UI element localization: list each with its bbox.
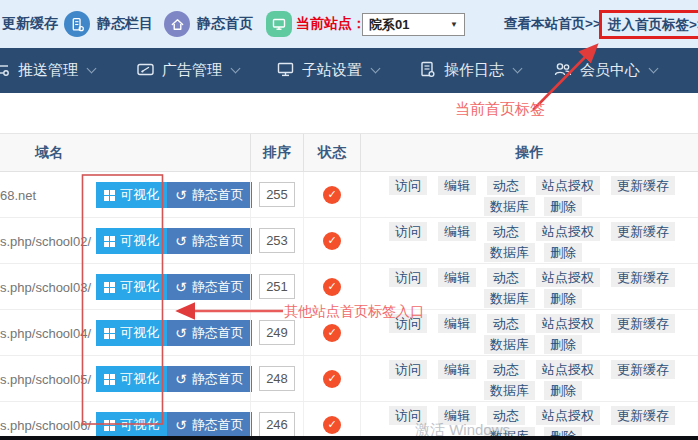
nav-item-ad-management[interactable]: 广告管理 (136, 48, 239, 93)
status-check-icon[interactable]: ✓ (323, 370, 341, 388)
annotation-current-home-tag: 当前首页标签 (455, 100, 545, 119)
op-button[interactable]: 删除 (544, 381, 582, 400)
op-button[interactable]: 数据库 (484, 381, 535, 400)
op-button[interactable]: 动态 (487, 314, 525, 333)
static-home-label: 静态首页 (192, 278, 244, 296)
op-button[interactable]: 站点授权 (536, 360, 600, 379)
op-button[interactable]: 编辑 (438, 360, 476, 379)
op-button[interactable]: 更新缓存 (611, 176, 675, 195)
refresh-icon: ↺ (175, 418, 187, 432)
visualize-button[interactable]: 可视化 (96, 366, 167, 392)
domain-text: s.php/school05/ (0, 371, 91, 386)
nav-item-subsite-settings[interactable]: 子站设置 (276, 48, 379, 93)
sort-input[interactable] (259, 412, 295, 437)
nav-item-operation-logs[interactable]: 操作日志 (418, 48, 521, 93)
op-button[interactable]: 站点授权 (536, 222, 600, 241)
op-button[interactable]: 删除 (544, 197, 582, 216)
op-button[interactable]: 访问 (389, 406, 427, 425)
sort-input[interactable] (259, 320, 295, 345)
op-button[interactable]: 更新缓存 (611, 406, 675, 425)
op-button[interactable]: 更新缓存 (611, 360, 675, 379)
update-cache-button[interactable]: 更新缓存 (2, 0, 58, 48)
static-home-button[interactable]: ↺ 静态首页 (167, 320, 252, 346)
op-button[interactable]: 编辑 (438, 406, 476, 425)
nav-item-member-center[interactable]: 会员中心 (553, 48, 657, 93)
op-button[interactable]: 删除 (544, 243, 582, 262)
static-home-label: 静态首页 (192, 324, 244, 342)
status-check-icon[interactable]: ✓ (323, 278, 341, 296)
op-button[interactable]: 删除 (544, 289, 582, 308)
op-button[interactable]: 数据库 (484, 335, 535, 354)
op-button[interactable]: 站点授权 (536, 176, 600, 195)
static-columns-label: 静态栏目 (97, 15, 153, 33)
operations-line1: 访问编辑动态站点授权更新缓存 (389, 406, 675, 425)
nav-label: 子站设置 (302, 61, 362, 80)
static-home-label: 静态首页 (192, 370, 244, 388)
op-button[interactable]: 访问 (389, 360, 427, 379)
table-row: s.php/school02/ 可视化 ↺ 静态首页 ✓ 访问编辑动态站点授权更… (0, 218, 698, 264)
static-home-button[interactable]: ↺ 静态首页 (167, 366, 252, 392)
static-columns-button[interactable]: 静态栏目 (64, 0, 153, 48)
status-check-icon[interactable]: ✓ (323, 186, 341, 204)
refresh-icon: ↺ (175, 372, 187, 386)
status-check-icon[interactable]: ✓ (323, 324, 341, 342)
op-button[interactable]: 数据库 (484, 197, 535, 216)
op-button[interactable]: 动态 (487, 360, 525, 379)
op-button[interactable]: 动态 (487, 406, 525, 425)
op-button[interactable]: 更新缓存 (611, 314, 675, 333)
static-home-label: 静态首页 (197, 15, 253, 33)
visualize-button[interactable]: 可视化 (96, 228, 167, 254)
op-button[interactable]: 编辑 (438, 222, 476, 241)
grid-icon (104, 328, 115, 339)
op-button[interactable]: 数据库 (484, 289, 535, 308)
static-home-button[interactable]: ↺ 静态首页 (167, 182, 252, 208)
sort-input[interactable] (259, 182, 295, 207)
op-button[interactable]: 站点授权 (536, 406, 600, 425)
op-button[interactable]: 更新缓存 (611, 222, 675, 241)
op-button[interactable]: 站点授权 (536, 314, 600, 333)
enter-home-tags-link[interactable]: 进入首页标签>> (599, 10, 698, 39)
op-button[interactable]: 动态 (487, 222, 525, 241)
op-button[interactable]: 动态 (487, 268, 525, 287)
static-home-button[interactable]: ↺ 静态首页 (167, 228, 252, 254)
header-domain: 域名 (0, 134, 250, 171)
static-home-button[interactable]: ↺ 静态首页 (167, 412, 252, 438)
header-status: 状态 (303, 134, 360, 171)
op-button[interactable]: 访问 (389, 222, 427, 241)
subsite-icon (276, 60, 295, 82)
sort-cell (250, 356, 303, 401)
op-button[interactable]: 编辑 (438, 268, 476, 287)
op-button[interactable]: 编辑 (438, 314, 476, 333)
nav-label: 推送管理 (18, 61, 78, 80)
operations-line2: 数据库删除 (484, 335, 582, 354)
op-button[interactable]: 更新缓存 (611, 268, 675, 287)
status-cell: ✓ (303, 172, 360, 217)
visualize-button[interactable]: 可视化 (96, 412, 167, 438)
nav-item-push-management[interactable]: 推送管理 (0, 48, 95, 93)
op-button[interactable]: 动态 (487, 176, 525, 195)
static-home-button[interactable]: 静态首页 (164, 0, 253, 48)
static-home-label: 静态首页 (192, 186, 244, 204)
view-site-home-link[interactable]: 查看本站首页>> (504, 0, 601, 48)
sort-input[interactable] (259, 366, 295, 391)
operations-cell: 访问编辑动态站点授权更新缓存 数据库删除 (360, 356, 698, 401)
visualize-button[interactable]: 可视化 (96, 320, 167, 346)
status-check-icon[interactable]: ✓ (323, 232, 341, 250)
op-button[interactable]: 访问 (389, 176, 427, 195)
op-button[interactable]: 编辑 (438, 176, 476, 195)
visualize-button[interactable]: 可视化 (96, 182, 167, 208)
domain-cell: s.php/school02/ 可视化 ↺ 静态首页 (0, 218, 250, 263)
operations-line1: 访问编辑动态站点授权更新缓存 (389, 360, 675, 379)
op-button[interactable]: 访问 (389, 268, 427, 287)
status-check-icon[interactable]: ✓ (323, 416, 341, 434)
status-cell: ✓ (303, 402, 360, 440)
domain-cell: s.php/school06/ 可视化 ↺ 静态首页 (0, 402, 250, 440)
sort-input[interactable] (259, 274, 295, 299)
op-button[interactable]: 数据库 (484, 243, 535, 262)
op-button[interactable]: 删除 (544, 335, 582, 354)
site-select[interactable]: 院系01 ▼ (362, 13, 465, 36)
op-button[interactable]: 站点授权 (536, 268, 600, 287)
static-home-button[interactable]: ↺ 静态首页 (167, 274, 252, 300)
visualize-button[interactable]: 可视化 (96, 274, 167, 300)
sort-input[interactable] (259, 228, 295, 253)
